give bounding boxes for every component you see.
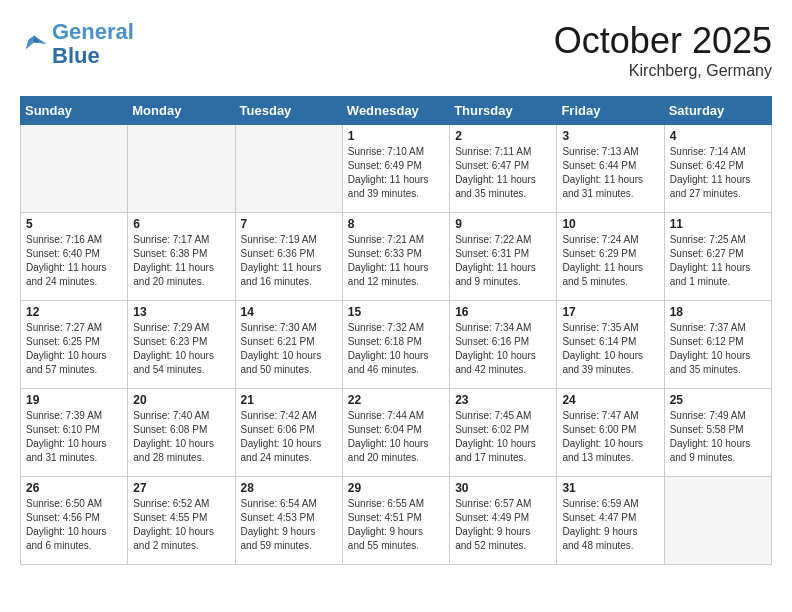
day-info: Sunrise: 7:35 AM Sunset: 6:14 PM Dayligh…: [562, 321, 658, 377]
day-info: Sunrise: 7:39 AM Sunset: 6:10 PM Dayligh…: [26, 409, 122, 465]
day-number: 4: [670, 129, 766, 143]
weekday-header-wednesday: Wednesday: [342, 97, 449, 125]
day-info: Sunrise: 7:13 AM Sunset: 6:44 PM Dayligh…: [562, 145, 658, 201]
day-number: 7: [241, 217, 337, 231]
day-number: 2: [455, 129, 551, 143]
day-info: Sunrise: 7:10 AM Sunset: 6:49 PM Dayligh…: [348, 145, 444, 201]
calendar-row-4: 26Sunrise: 6:50 AM Sunset: 4:56 PM Dayli…: [21, 477, 772, 565]
weekday-header-saturday: Saturday: [664, 97, 771, 125]
calendar-row-0: 1Sunrise: 7:10 AM Sunset: 6:49 PM Daylig…: [21, 125, 772, 213]
calendar-cell-3-2: 21Sunrise: 7:42 AM Sunset: 6:06 PM Dayli…: [235, 389, 342, 477]
calendar-cell-4-2: 28Sunrise: 6:54 AM Sunset: 4:53 PM Dayli…: [235, 477, 342, 565]
day-number: 6: [133, 217, 229, 231]
calendar-cell-1-2: 7Sunrise: 7:19 AM Sunset: 6:36 PM Daylig…: [235, 213, 342, 301]
calendar-cell-0-2: [235, 125, 342, 213]
day-number: 15: [348, 305, 444, 319]
title-block: October 2025 Kirchberg, Germany: [554, 20, 772, 80]
day-info: Sunrise: 7:11 AM Sunset: 6:47 PM Dayligh…: [455, 145, 551, 201]
day-number: 16: [455, 305, 551, 319]
calendar-cell-2-0: 12Sunrise: 7:27 AM Sunset: 6:25 PM Dayli…: [21, 301, 128, 389]
calendar-cell-1-4: 9Sunrise: 7:22 AM Sunset: 6:31 PM Daylig…: [450, 213, 557, 301]
day-number: 25: [670, 393, 766, 407]
day-info: Sunrise: 6:50 AM Sunset: 4:56 PM Dayligh…: [26, 497, 122, 553]
calendar-cell-0-4: 2Sunrise: 7:11 AM Sunset: 6:47 PM Daylig…: [450, 125, 557, 213]
day-info: Sunrise: 7:19 AM Sunset: 6:36 PM Dayligh…: [241, 233, 337, 289]
calendar-cell-1-3: 8Sunrise: 7:21 AM Sunset: 6:33 PM Daylig…: [342, 213, 449, 301]
day-info: Sunrise: 7:42 AM Sunset: 6:06 PM Dayligh…: [241, 409, 337, 465]
logo-text: GeneralBlue: [52, 20, 134, 68]
day-info: Sunrise: 7:40 AM Sunset: 6:08 PM Dayligh…: [133, 409, 229, 465]
day-number: 19: [26, 393, 122, 407]
day-info: Sunrise: 7:24 AM Sunset: 6:29 PM Dayligh…: [562, 233, 658, 289]
day-number: 31: [562, 481, 658, 495]
day-info: Sunrise: 6:55 AM Sunset: 4:51 PM Dayligh…: [348, 497, 444, 553]
calendar-cell-0-5: 3Sunrise: 7:13 AM Sunset: 6:44 PM Daylig…: [557, 125, 664, 213]
calendar-cell-3-0: 19Sunrise: 7:39 AM Sunset: 6:10 PM Dayli…: [21, 389, 128, 477]
day-info: Sunrise: 6:52 AM Sunset: 4:55 PM Dayligh…: [133, 497, 229, 553]
calendar-cell-2-6: 18Sunrise: 7:37 AM Sunset: 6:12 PM Dayli…: [664, 301, 771, 389]
day-info: Sunrise: 6:54 AM Sunset: 4:53 PM Dayligh…: [241, 497, 337, 553]
day-info: Sunrise: 7:45 AM Sunset: 6:02 PM Dayligh…: [455, 409, 551, 465]
calendar-cell-4-0: 26Sunrise: 6:50 AM Sunset: 4:56 PM Dayli…: [21, 477, 128, 565]
weekday-header-sunday: Sunday: [21, 97, 128, 125]
calendar-cell-2-3: 15Sunrise: 7:32 AM Sunset: 6:18 PM Dayli…: [342, 301, 449, 389]
calendar-cell-4-1: 27Sunrise: 6:52 AM Sunset: 4:55 PM Dayli…: [128, 477, 235, 565]
calendar-table: SundayMondayTuesdayWednesdayThursdayFrid…: [20, 96, 772, 565]
day-number: 18: [670, 305, 766, 319]
day-number: 11: [670, 217, 766, 231]
weekday-header-tuesday: Tuesday: [235, 97, 342, 125]
day-info: Sunrise: 6:59 AM Sunset: 4:47 PM Dayligh…: [562, 497, 658, 553]
weekday-header-thursday: Thursday: [450, 97, 557, 125]
weekday-header-monday: Monday: [128, 97, 235, 125]
day-number: 30: [455, 481, 551, 495]
calendar-cell-1-0: 5Sunrise: 7:16 AM Sunset: 6:40 PM Daylig…: [21, 213, 128, 301]
day-info: Sunrise: 7:30 AM Sunset: 6:21 PM Dayligh…: [241, 321, 337, 377]
day-number: 1: [348, 129, 444, 143]
day-info: Sunrise: 7:32 AM Sunset: 6:18 PM Dayligh…: [348, 321, 444, 377]
calendar-cell-4-4: 30Sunrise: 6:57 AM Sunset: 4:49 PM Dayli…: [450, 477, 557, 565]
day-info: Sunrise: 6:57 AM Sunset: 4:49 PM Dayligh…: [455, 497, 551, 553]
day-number: 5: [26, 217, 122, 231]
calendar-cell-2-4: 16Sunrise: 7:34 AM Sunset: 6:16 PM Dayli…: [450, 301, 557, 389]
day-number: 8: [348, 217, 444, 231]
day-number: 3: [562, 129, 658, 143]
calendar-row-1: 5Sunrise: 7:16 AM Sunset: 6:40 PM Daylig…: [21, 213, 772, 301]
day-info: Sunrise: 7:22 AM Sunset: 6:31 PM Dayligh…: [455, 233, 551, 289]
day-number: 21: [241, 393, 337, 407]
calendar-cell-3-6: 25Sunrise: 7:49 AM Sunset: 5:58 PM Dayli…: [664, 389, 771, 477]
calendar-cell-0-6: 4Sunrise: 7:14 AM Sunset: 6:42 PM Daylig…: [664, 125, 771, 213]
calendar-cell-1-5: 10Sunrise: 7:24 AM Sunset: 6:29 PM Dayli…: [557, 213, 664, 301]
calendar-cell-0-3: 1Sunrise: 7:10 AM Sunset: 6:49 PM Daylig…: [342, 125, 449, 213]
day-number: 28: [241, 481, 337, 495]
weekday-header-friday: Friday: [557, 97, 664, 125]
calendar-cell-0-1: [128, 125, 235, 213]
calendar-cell-2-1: 13Sunrise: 7:29 AM Sunset: 6:23 PM Dayli…: [128, 301, 235, 389]
day-number: 26: [26, 481, 122, 495]
day-info: Sunrise: 7:27 AM Sunset: 6:25 PM Dayligh…: [26, 321, 122, 377]
day-info: Sunrise: 7:37 AM Sunset: 6:12 PM Dayligh…: [670, 321, 766, 377]
day-info: Sunrise: 7:17 AM Sunset: 6:38 PM Dayligh…: [133, 233, 229, 289]
day-info: Sunrise: 7:34 AM Sunset: 6:16 PM Dayligh…: [455, 321, 551, 377]
calendar-cell-4-6: [664, 477, 771, 565]
calendar-cell-1-6: 11Sunrise: 7:25 AM Sunset: 6:27 PM Dayli…: [664, 213, 771, 301]
calendar-cell-1-1: 6Sunrise: 7:17 AM Sunset: 6:38 PM Daylig…: [128, 213, 235, 301]
day-number: 20: [133, 393, 229, 407]
calendar-cell-2-2: 14Sunrise: 7:30 AM Sunset: 6:21 PM Dayli…: [235, 301, 342, 389]
calendar-row-3: 19Sunrise: 7:39 AM Sunset: 6:10 PM Dayli…: [21, 389, 772, 477]
day-number: 10: [562, 217, 658, 231]
weekday-header-row: SundayMondayTuesdayWednesdayThursdayFrid…: [21, 97, 772, 125]
calendar-cell-3-4: 23Sunrise: 7:45 AM Sunset: 6:02 PM Dayli…: [450, 389, 557, 477]
calendar-cell-3-5: 24Sunrise: 7:47 AM Sunset: 6:00 PM Dayli…: [557, 389, 664, 477]
logo: GeneralBlue: [20, 20, 134, 68]
day-info: Sunrise: 7:47 AM Sunset: 6:00 PM Dayligh…: [562, 409, 658, 465]
calendar-cell-3-3: 22Sunrise: 7:44 AM Sunset: 6:04 PM Dayli…: [342, 389, 449, 477]
logo-icon: [20, 30, 48, 58]
day-number: 13: [133, 305, 229, 319]
day-info: Sunrise: 7:49 AM Sunset: 5:58 PM Dayligh…: [670, 409, 766, 465]
calendar-cell-0-0: [21, 125, 128, 213]
page-header: GeneralBlue October 2025 Kirchberg, Germ…: [20, 20, 772, 80]
day-number: 12: [26, 305, 122, 319]
day-number: 22: [348, 393, 444, 407]
day-number: 23: [455, 393, 551, 407]
location: Kirchberg, Germany: [554, 62, 772, 80]
